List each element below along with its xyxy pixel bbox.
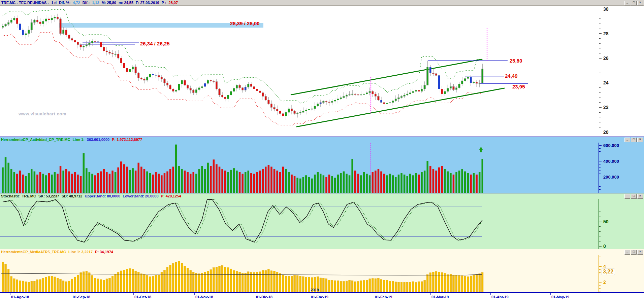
date-tick bbox=[310, 289, 310, 295]
price-axis: 202224262830 bbox=[599, 6, 609, 137]
close-icon[interactable]: × bbox=[637, 250, 643, 255]
date-label: 01-Ago-18 bbox=[11, 295, 29, 299]
buy-arrow-icon bbox=[479, 147, 483, 152]
volume-bars bbox=[2, 145, 483, 193]
header-segment: 28,07 bbox=[169, 1, 178, 5]
date-tick bbox=[133, 293, 134, 295]
visualchart-watermark: www.visualchart.com bbox=[19, 111, 66, 116]
volume-panel-buttons: _ □ × bbox=[624, 138, 643, 142]
stochastic-sd-line bbox=[5, 199, 482, 242]
header-segment: 1 d bbox=[51, 1, 57, 5]
header-segment: P: 428,1254 bbox=[161, 194, 181, 198]
volume-axis: 200.000400.000600.000 bbox=[599, 143, 619, 193]
maximize-icon[interactable]: □ bbox=[631, 250, 637, 255]
date-tick bbox=[72, 293, 72, 295]
header-segment: M: 25,80 bbox=[102, 1, 116, 5]
close-icon[interactable]: × bbox=[637, 1, 643, 5]
close-icon[interactable]: × bbox=[637, 194, 643, 199]
header-segment: TRE.MC - TEC.REUNIDAS - bbox=[1, 1, 49, 5]
date-tick bbox=[10, 293, 10, 295]
svg-text:20: 20 bbox=[603, 129, 609, 135]
maximize-icon[interactable]: □ bbox=[631, 194, 637, 199]
atr-panel-header: HerramientaCP_MediaATR5_TRE.MCLine 1: 3,… bbox=[0, 249, 644, 255]
date-axis[interactable]: 01-Ago-1801-Sep-1801-Oct-1801-Nov-1801-D… bbox=[0, 293, 644, 300]
price-chart-canvas[interactable]: 202224262830 bbox=[0, 6, 644, 137]
svg-text:0: 0 bbox=[603, 243, 606, 249]
header-segment: 363.601,0000 bbox=[87, 138, 109, 142]
atr-current-value-tag: 3,22 bbox=[602, 269, 615, 275]
date-label: 01-Dic-18 bbox=[256, 295, 272, 299]
svg-text:4: 4 bbox=[603, 264, 606, 269]
date-label: 01-Nov-18 bbox=[195, 295, 213, 299]
support-note-label: 26,34 / 26,25 bbox=[140, 41, 170, 46]
volume-chart-canvas[interactable]: 200.000400.000600.000 bbox=[0, 143, 644, 193]
stochastic-chart-canvas[interactable]: 050 bbox=[0, 199, 644, 249]
atr-bars bbox=[2, 261, 483, 292]
atr-media-line bbox=[1, 273, 482, 275]
resistance-zone-label: 28,39 / 28,00 bbox=[230, 21, 260, 26]
minimize-icon[interactable]: _ bbox=[624, 194, 630, 199]
header-segment: Line 1: 3,2217 bbox=[68, 250, 93, 254]
level-label-2580: 25,80 bbox=[510, 58, 522, 64]
date-label: 01-Mar-19 bbox=[431, 295, 449, 299]
svg-text:400.000: 400.000 bbox=[603, 159, 619, 164]
date-label: 01-Ene-19 bbox=[311, 295, 328, 299]
minimize-icon[interactable]: _ bbox=[624, 1, 630, 5]
price-chart-panel[interactable]: 202224262830 www.visualchart.com 28,39 /… bbox=[0, 6, 644, 137]
svg-text:30: 30 bbox=[603, 6, 609, 12]
atr-panel[interactable]: HerramientaCP_MediaATR5_TRE.MCLine 1: 3,… bbox=[0, 249, 644, 292]
stochastic-axis: 050 bbox=[599, 199, 609, 249]
svg-text:24: 24 bbox=[603, 80, 609, 85]
svg-text:28: 28 bbox=[603, 31, 609, 36]
date-label: 01-Sep-18 bbox=[73, 295, 90, 299]
svg-text:200.000: 200.000 bbox=[603, 175, 619, 180]
svg-text:26: 26 bbox=[603, 55, 609, 61]
svg-text:50: 50 bbox=[603, 219, 609, 224]
header-segment: P : bbox=[162, 1, 166, 5]
header-segment: SD: 48,9712 bbox=[62, 194, 83, 198]
header-segment: P: 34,1974 bbox=[95, 250, 113, 254]
date-tick bbox=[255, 293, 255, 295]
date-tick bbox=[374, 293, 374, 295]
header-segment: Dif.: bbox=[83, 1, 90, 5]
atr-panel-buttons: _ □ × bbox=[624, 250, 643, 255]
stochastic-sk-line bbox=[3, 199, 482, 242]
header-segment: Line 1: bbox=[72, 138, 84, 142]
stochastic-panel-buttons: _ □ × bbox=[624, 194, 643, 199]
date-tick bbox=[194, 293, 195, 295]
level-label-2449: 24,49 bbox=[505, 73, 518, 79]
header-segment: P: 1.972.112,6977 bbox=[112, 138, 142, 142]
stochastic-panel-header: Stochastic_TRE.MCSK: 53,2237SD: 48,9712U… bbox=[0, 193, 644, 199]
window-buttons: _ □ × bbox=[624, 1, 643, 5]
minimize-icon[interactable]: _ bbox=[624, 138, 630, 142]
header-segment: 1,13 bbox=[92, 1, 99, 5]
date-label: 01-Oct-18 bbox=[134, 295, 151, 299]
candlesticks bbox=[2, 14, 483, 120]
date-tick bbox=[550, 293, 551, 295]
svg-text:22: 22 bbox=[603, 105, 609, 110]
close-icon[interactable]: × bbox=[637, 138, 643, 142]
svg-text:600.000: 600.000 bbox=[603, 143, 619, 148]
svg-text:2: 2 bbox=[603, 279, 606, 285]
date-label: 01-Feb-19 bbox=[375, 295, 392, 299]
header-segment: 4,72 bbox=[73, 1, 80, 5]
stochastic-panel[interactable]: Stochastic_TRE.MCSK: 53,2237SD: 48,9712U… bbox=[0, 193, 644, 249]
date-label: 01-Abr-19 bbox=[491, 295, 509, 299]
minimize-icon[interactable]: _ bbox=[624, 250, 630, 255]
volume-panel[interactable]: HerramientoCP_Actividad_CP_TRE.MCLine 1:… bbox=[0, 137, 644, 193]
maximize-icon[interactable]: □ bbox=[631, 138, 637, 142]
header-segment: HerramientoCP_Actividad_CP_TRE.MC bbox=[1, 138, 70, 142]
header-segment: m: 24,55 bbox=[119, 1, 133, 5]
date-tick bbox=[430, 293, 431, 295]
volume-panel-header: HerramientoCP_Actividad_CP_TRE.MCLine 1:… bbox=[0, 137, 644, 143]
header-segment: UpperBand: 80,0000 bbox=[85, 194, 120, 198]
level-label-2395: 23,95 bbox=[512, 84, 525, 89]
header-segment: F: 27-03-2019 bbox=[136, 1, 159, 5]
maximize-icon[interactable]: □ bbox=[631, 1, 637, 5]
window-titlebar[interactable]: TRE.MC - TEC.REUNIDAS -1 dDif. %:4,72Dif… bbox=[0, 0, 644, 6]
header-segment: Stochastic_TRE.MC bbox=[1, 194, 36, 198]
lower-channel-line bbox=[296, 88, 505, 127]
date-label: 01-May-19 bbox=[551, 295, 569, 299]
lower-envelope-band bbox=[3, 31, 482, 126]
atr-chart-canvas[interactable]: 24 bbox=[0, 255, 644, 293]
